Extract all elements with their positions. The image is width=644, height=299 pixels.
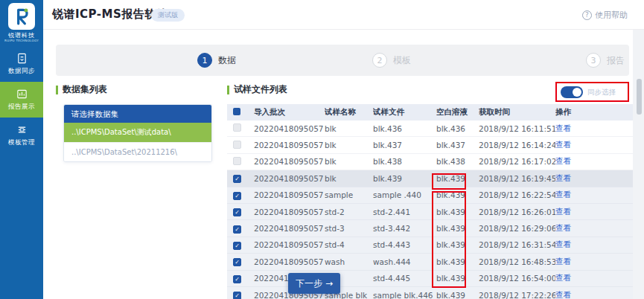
step-template[interactable]: 2 模板 [372,53,411,68]
dataset-panel-title: 数据集列表 [56,83,107,96]
cell-import-batch: 20220418095057 [254,124,325,133]
cell-import-batch: 20220418095057 [254,190,325,199]
step-report[interactable]: 3 报告 [586,53,625,68]
sidebar-item-label: 模板管理 [8,138,35,147]
next-step-button[interactable]: 下一步 → [288,273,340,294]
logo-r-icon [12,7,31,26]
row-checkbox[interactable]: ✓ [233,292,241,299]
step-number: 2 [372,53,387,68]
app-window: 锐谱科技 RUIPU TECHNOLOGY 数据同步 报告展示 模板管理 锐谱I… [0,0,644,299]
sidebar-item-data-sync[interactable]: 数据同步 [0,46,43,82]
cell-acquire-time: 2018/9/12 16:54:00 [479,274,555,283]
cell-sample-name: wash [325,257,373,266]
view-link[interactable]: 查看 [555,257,627,267]
row-checkbox[interactable] [233,157,241,165]
cell-sample-file: std-4.443 [373,240,436,249]
scrollbar-thumb[interactable] [637,79,642,115]
help-question-icon: ? [582,10,592,20]
page-title: 锐谱ICP-MS报告软件 [52,7,168,22]
row-checkbox-cell: ✓ [233,173,254,183]
file-panel-title: 试样文件列表 [227,83,287,96]
sidebar: 锐谱科技 RUIPU TECHNOLOGY 数据同步 报告展示 模板管理 [0,0,43,299]
table-row: ✓20220418095057blkblk.439blk.4392018/9/1… [227,170,633,187]
view-link[interactable]: 查看 [555,207,627,217]
cell-acquire-time: 2018/9/12 16:14:24 [479,141,555,150]
cell-sample-file: wash.444 [373,257,436,266]
cell-acquire-time: 2018/9/12 17:22:26 [479,291,555,299]
help-label: 使用帮助 [595,10,628,21]
view-link[interactable]: 查看 [555,190,627,200]
cell-blank-solution: blk.439 [436,174,479,183]
view-link[interactable]: 查看 [555,290,627,299]
view-link[interactable]: 查看 [555,273,627,283]
sidebar-item-template-manage[interactable]: 模板管理 [0,118,43,153]
view-link[interactable]: 查看 [555,239,627,250]
row-checkbox[interactable]: ✓ [233,242,241,250]
sync-toggle[interactable] [561,86,583,98]
help-link[interactable]: ? 使用帮助 [582,10,628,21]
row-checkbox[interactable]: ✓ [233,225,241,234]
view-link[interactable]: 查看 [555,140,627,150]
step-data[interactable]: 1 数据 [197,53,236,68]
row-checkbox[interactable]: ✓ [233,192,241,200]
view-link[interactable]: 查看 [555,223,627,234]
step-label: 报告 [607,54,625,67]
cell-import-batch: 20220418095057 [254,257,325,266]
cell-sample-name: std-2 [325,208,373,216]
cell-acquire-time: 2018/9/12 16:19:45 [479,174,555,183]
dataset-item-selected[interactable]: ..\ICPMS\DataSet\测试data\ [64,123,211,142]
sidebar-item-label: 报告展示 [8,103,35,112]
row-checkbox[interactable]: ✓ [233,208,241,216]
cell-acquire-time: 2018/9/12 16:31:54 [479,240,555,249]
row-checkbox-cell: ✓ [233,224,254,234]
cell-blank-solution: blk.439 [436,257,479,266]
col-acquire-time: 获取时间 [479,107,555,118]
row-checkbox[interactable] [233,123,241,132]
step-label: 数据 [218,54,236,67]
view-link[interactable]: 查看 [555,123,627,134]
logo-company-sub: RUIPU TECHNOLOGY [0,39,43,42]
cell-sample-name: sample [325,190,373,199]
table-row: ✓20220418095057std-3std-3.442blk.4392018… [227,220,633,237]
cell-import-batch: 20220418095057 [254,157,325,166]
title-accent-bar [56,86,58,94]
col-blank-solution: 空白溶液 [436,107,479,118]
sidebar-item-label: 数据同步 [8,67,35,76]
row-checkbox-cell: ✓ [233,290,254,299]
row-checkbox-cell: ✓ [233,274,254,283]
cell-import-batch: 20220418095057 [254,174,325,183]
table-row: 20220418095057blkblk.438blk.4382018/9/12… [227,154,633,170]
cell-sample-file: std-3.442 [373,224,436,233]
col-import-batch: 导入批次 [254,107,325,118]
cell-blank-solution: blk.439 [436,240,479,249]
row-checkbox-cell: ✓ [233,190,254,200]
cell-sample-file: blk.438 [373,157,436,166]
step-label: 模板 [393,54,411,67]
row-checkbox[interactable] [233,141,241,149]
sync-toggle-label: 同步选择 [587,88,616,97]
row-checkbox[interactable]: ✓ [233,275,241,283]
select-all-checkbox[interactable] [233,108,240,115]
cell-blank-solution: blk.439 [436,291,479,299]
view-link[interactable]: 查看 [555,156,627,167]
file-table-body: 20220418095057blkblk.436blk.4362018/9/12… [227,120,633,299]
row-checkbox[interactable]: ✓ [233,175,241,183]
cell-sample-file: sample .440 [373,190,436,199]
sidebar-item-report-display[interactable]: 报告展示 [0,82,43,118]
col-action: 操作 [555,107,627,118]
sample-file-table: 导入批次 试样名称 试样文件 空白溶液 获取时间 操作 202204180950… [227,104,633,299]
dataset-item[interactable]: ..\ICPMS\DataSet\20211216\ [64,142,211,161]
cell-sample-name: blk [325,174,373,183]
view-link[interactable]: 查看 [555,173,627,184]
cell-sample-name: blk [325,157,373,166]
title-accent-bar [227,86,229,94]
app-logo [8,3,35,30]
row-checkbox[interactable]: ✓ [233,258,241,266]
cell-blank-solution: blk.439 [436,274,479,283]
cell-import-batch: 20220418095057 [254,224,325,233]
cell-blank-solution: blk.437 [436,141,479,150]
table-row: ✓20220418095057std-4std-4.443blk.4392018… [227,237,633,254]
table-row: ✓20220418095057washwash.444blk.4392018/9… [227,254,633,270]
report-display-icon [16,89,28,100]
table-row: 20220418095057blkblk.436blk.4362018/9/12… [227,120,633,137]
